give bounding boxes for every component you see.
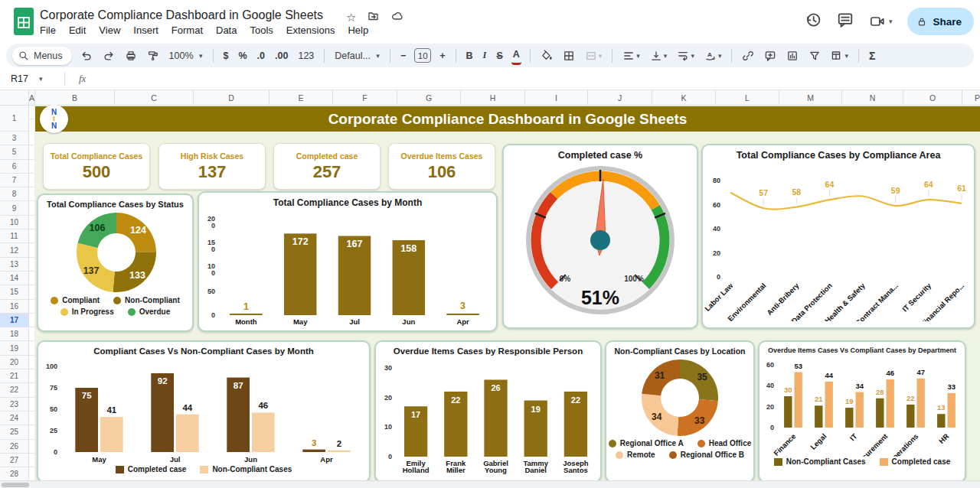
kpi-card[interactable]: Total Compliance Cases500 [43,143,150,190]
chevron-down-icon[interactable]: ▾ [39,75,43,83]
text-rotation-button[interactable]: A▾ [703,47,724,65]
chevron-down-icon[interactable]: ▾ [889,18,893,25]
insert-chart-button[interactable] [785,47,800,65]
row-header-19[interactable]: 19 [0,341,29,355]
menu-tools[interactable]: Tools [250,24,273,36]
menu-edit[interactable]: Edit [69,24,86,36]
menu-format[interactable]: Format [172,24,203,36]
menu-help[interactable]: Help [348,24,368,36]
more-formats-button[interactable]: 123 [296,47,315,65]
kpi-card[interactable]: Overdue Items Cases106 [388,143,495,190]
row-header-9[interactable]: 9 [0,201,29,215]
strikethrough-button[interactable]: S [495,47,504,65]
column-header-P[interactable]: P [962,90,980,106]
insert-link-button[interactable] [740,47,756,65]
column-header-H[interactable]: H [461,90,525,106]
meet-video-button[interactable]: ▾ [869,14,893,29]
row-header-7[interactable]: 7 [0,174,29,187]
horizontal-align-button[interactable]: ▾ [621,47,642,65]
chart-overdue-by-person[interactable]: Overdue Items Cases by Responsible Perso… [374,340,602,483]
vertical-align-button[interactable]: ▾ [648,47,669,65]
row-header-21[interactable]: 21 [0,369,29,383]
row-header-22[interactable]: 22 [0,383,29,397]
chart-noncompliant-by-location[interactable]: Non-Compliant Cases by Location 35333431… [605,340,755,483]
print-button[interactable] [123,47,139,65]
row-header-6[interactable]: 6 [0,160,29,174]
row-header-13[interactable]: 13 [0,258,29,272]
redo-button[interactable] [101,47,116,65]
functions-button[interactable]: Σ [867,47,877,65]
merge-cells-button[interactable]: ▾ [583,47,604,65]
chart-overdue-vs-compliant-by-dept[interactable]: Overdue Items Cases Vs Compliant Cases b… [758,340,966,483]
row-header-18[interactable]: 18 [0,327,29,341]
kpi-card[interactable]: Completed case257 [273,143,381,190]
undo-button[interactable] [79,47,94,65]
increase-font-size-button[interactable]: + [438,47,446,65]
column-header-A[interactable]: A [29,90,35,106]
bold-button[interactable]: B [465,47,475,65]
select-all-corner[interactable] [0,90,29,106]
search-menus-button[interactable]: Menus [12,47,72,65]
horizontal-scrollbar[interactable] [0,480,980,488]
create-filter-button[interactable] [807,47,822,65]
column-header-I[interactable]: I [525,90,588,106]
column-header-G[interactable]: G [397,90,461,106]
column-header-J[interactable]: J [588,90,652,106]
kpi-card[interactable]: High Risk Cases137 [158,143,266,190]
column-header-M[interactable]: M [779,90,842,106]
row-header-27[interactable]: 27 [0,454,29,467]
format-percent-button[interactable]: % [237,47,248,65]
comment-history-icon[interactable] [837,11,854,31]
chart-compliance-area-line[interactable]: Total Compliance Cases by Compliance Are… [701,144,975,329]
menu-extensions[interactable]: Extensions [286,24,335,36]
table-views-button[interactable]: ▾ [829,47,850,65]
row-header-15[interactable]: 15 [0,285,29,299]
star-icon[interactable]: ☆ [346,11,356,24]
chart-compliant-vs-noncompliant[interactable]: Compliant Cases Vs Non-Compliant Cases b… [37,340,371,483]
cloud-status-icon[interactable] [390,10,404,25]
row-header-25[interactable]: 25 [0,425,29,439]
column-header-C[interactable]: C [115,90,194,106]
move-folder-icon[interactable] [367,10,380,25]
row-header-3[interactable]: 3 [0,132,29,145]
chart-status-donut[interactable]: Total Compliance Cases by Status 1241331… [37,194,194,332]
insert-comment-button[interactable] [763,47,778,65]
column-header-E[interactable]: E [270,90,333,106]
row-header-14[interactable]: 14 [0,272,29,285]
font-style-select[interactable]: Defaul... ▾ [333,47,381,65]
version-history-icon[interactable] [805,11,822,31]
format-currency-button[interactable]: $ [222,47,230,65]
column-header-D[interactable]: D [194,90,270,106]
google-sheets-logo-icon[interactable] [12,7,35,36]
decrease-decimal-button[interactable]: .0 [256,47,266,65]
menu-insert[interactable]: Insert [133,24,158,36]
row-header-11[interactable]: 11 [0,229,29,243]
decrease-font-size-button[interactable]: − [399,47,407,65]
column-header-L[interactable]: L [716,90,779,106]
scrollbar-thumb[interactable] [2,483,29,487]
text-color-button[interactable]: A [511,47,521,65]
row-header-20[interactable]: 20 [0,356,29,369]
fill-color-button[interactable] [539,47,554,65]
document-title[interactable]: Corporate Compliance Dashboard in Google… [40,8,323,22]
row-header-16[interactable]: 16 [0,300,29,314]
row-header-8[interactable]: 8 [0,187,29,201]
row-header-26[interactable]: 26 [0,440,29,454]
column-header-N[interactable]: N [842,90,903,106]
row-header-10[interactable]: 10 [0,216,29,229]
font-size-input[interactable]: 10 [414,48,431,63]
increase-decimal-button[interactable]: .00 [273,47,289,65]
row-header-17[interactable]: 17 [0,314,29,327]
paint-format-button[interactable] [145,47,161,65]
text-wrap-button[interactable]: ▾ [675,47,696,65]
column-header-F[interactable]: F [333,90,397,106]
menu-view[interactable]: View [99,24,120,36]
row-header-28[interactable]: 28 [0,467,29,481]
chart-cases-by-month[interactable]: Total Compliance Cases by Month 05010015… [198,191,498,332]
column-header-B[interactable]: B [35,90,115,106]
chart-completed-gauge[interactable]: Completed case % 0%100%51% [502,144,698,329]
italic-button[interactable]: I [482,47,488,65]
name-box[interactable]: R17 ▾ [0,73,60,84]
column-header-O[interactable]: O [903,90,962,106]
borders-button[interactable] [561,47,577,65]
